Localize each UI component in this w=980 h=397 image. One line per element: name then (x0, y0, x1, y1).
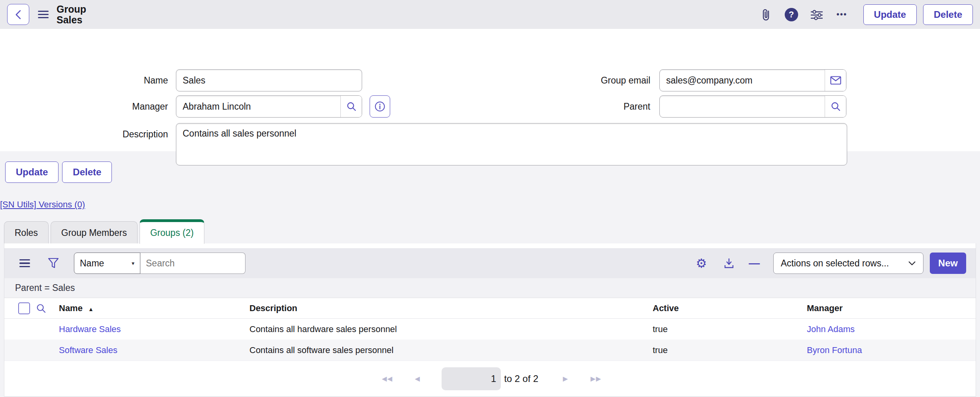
sliders-icon (810, 9, 823, 21)
manager-lookup-button[interactable] (340, 96, 362, 117)
gear-icon: ⚙ (696, 256, 707, 271)
tab-groups[interactable]: Groups (2) (140, 219, 204, 244)
last-page-button[interactable]: ►► (587, 374, 602, 384)
paperclip-icon (760, 8, 772, 21)
dropdown-arrow-icon: ▾ (132, 260, 134, 266)
group-form: Name Group email Manager Parent (0, 29, 980, 151)
tab-roles[interactable]: Roles (4, 221, 49, 243)
list-search-input[interactable] (140, 253, 245, 274)
row-description-cell: Contains all hardware sales personnel (249, 324, 653, 334)
envelope-icon (830, 76, 841, 85)
chevron-left-icon (14, 9, 22, 20)
header-delete-button[interactable]: Delete (923, 4, 973, 25)
page-title: Group Sales (57, 4, 86, 25)
form-update-button[interactable]: Update (5, 161, 59, 183)
select-all-checkbox[interactable] (18, 302, 30, 314)
parent-field-group (659, 95, 846, 118)
new-record-button[interactable]: New (930, 253, 966, 274)
manager-field-group (176, 95, 362, 118)
funnel-icon (48, 257, 59, 269)
select-all-cell (4, 302, 30, 314)
info-icon (374, 101, 385, 112)
ellipsis-icon: ••• (836, 10, 847, 19)
pagination-range-label: to 2 of 2 (504, 373, 538, 384)
list-toolbar: Name ▾ ⚙ — Actions on selected rows... N… (4, 248, 976, 278)
help-icon: ? (785, 8, 798, 21)
row-manager-link[interactable]: Byron Fortuna (807, 345, 862, 355)
row-active-cell: true (653, 345, 807, 355)
record-type-label: Group (57, 4, 86, 15)
row-active-cell: true (653, 324, 807, 334)
search-icon (36, 303, 46, 313)
row-description-cell: Contains all software sales personnel (249, 345, 653, 355)
description-textarea[interactable]: Contains all sales personnel (176, 123, 847, 165)
tab-group-members[interactable]: Group Members (51, 221, 138, 243)
list-header-row: Name ▲ Description Active Manager (4, 298, 976, 319)
current-page-input[interactable] (442, 367, 501, 390)
column-search-toggle[interactable] (30, 303, 52, 313)
column-header-active[interactable]: Active (653, 303, 807, 313)
table-row: Hardware Sales Contains all hardware sal… (4, 319, 976, 340)
attachment-button[interactable] (758, 7, 774, 23)
chevron-down-icon (908, 261, 916, 266)
header-update-button[interactable]: Update (863, 4, 917, 25)
minus-icon: — (749, 257, 760, 270)
group-email-input[interactable] (660, 70, 825, 91)
menu-icon (19, 259, 30, 267)
parent-input[interactable] (660, 96, 825, 117)
sort-ascending-icon: ▲ (88, 306, 94, 312)
actions-select-value: Actions on selected rows... (781, 258, 889, 269)
list-pagination: ◄◄ ◄ to 2 of 2 ► ►► (4, 361, 976, 396)
column-header-description[interactable]: Description (249, 303, 653, 313)
search-icon (346, 101, 357, 112)
parent-lookup-button[interactable] (825, 96, 846, 117)
download-icon (723, 257, 735, 269)
actions-on-rows-select[interactable]: Actions on selected rows... (773, 253, 923, 274)
related-list-tabs: Roles Group Members Groups (2) (4, 219, 980, 243)
column-header-name[interactable]: Name ▲ (52, 303, 249, 313)
name-field-label: Name (0, 69, 168, 91)
search-icon (831, 101, 841, 112)
group-email-field-label: Group email (482, 69, 650, 91)
record-name-label: Sales (57, 15, 86, 25)
list-filter-button[interactable] (48, 257, 59, 269)
manager-input[interactable] (176, 96, 340, 117)
send-email-button[interactable] (825, 70, 846, 91)
more-options-button[interactable]: ••• (834, 7, 850, 23)
group-email-field-group (659, 69, 846, 91)
description-field-label: Description (0, 115, 168, 153)
first-page-button[interactable]: ◄◄ (378, 374, 394, 384)
table-row: Software Sales Contains all software sal… (4, 340, 976, 361)
name-input[interactable] (176, 70, 362, 91)
form-header-bar: Group Sales ? ••• Update Delete (0, 0, 980, 29)
row-name-link[interactable]: Software Sales (59, 345, 117, 355)
context-menu-icon[interactable] (38, 11, 49, 19)
form-delete-button[interactable]: Delete (62, 161, 112, 183)
manager-preview-button[interactable] (370, 95, 390, 118)
next-page-button[interactable]: ► (559, 374, 569, 384)
breadcrumb[interactable]: Parent = Sales (15, 283, 75, 293)
search-column-select[interactable]: Name ▾ (74, 253, 140, 274)
search-column-value: Name (80, 258, 104, 269)
groups-related-list: Name ▾ ⚙ — Actions on selected rows... N… (4, 243, 976, 397)
personalize-form-button[interactable] (809, 7, 825, 23)
list-breadcrumb-row: Parent = Sales (4, 278, 976, 298)
previous-page-button[interactable]: ◄ (411, 374, 421, 384)
parent-field-label: Parent (482, 95, 650, 118)
list-personalize-button[interactable]: ⚙ (696, 256, 707, 271)
form-lower-section: Update Delete [SN Utils] Versions (0) Ro… (0, 151, 980, 397)
name-field-group (176, 69, 362, 91)
manager-field-label: Manager (0, 95, 168, 118)
list-export-button[interactable] (723, 257, 735, 269)
list-context-menu[interactable] (19, 259, 30, 267)
column-header-manager[interactable]: Manager (807, 303, 976, 313)
help-button[interactable]: ? (784, 7, 799, 23)
versions-related-link[interactable]: [SN Utils] Versions (0) (0, 199, 85, 210)
row-manager-link[interactable]: John Adams (807, 324, 855, 334)
back-button[interactable] (7, 4, 29, 25)
row-name-link[interactable]: Hardware Sales (59, 324, 121, 334)
list-collapse-button[interactable]: — (749, 257, 760, 270)
